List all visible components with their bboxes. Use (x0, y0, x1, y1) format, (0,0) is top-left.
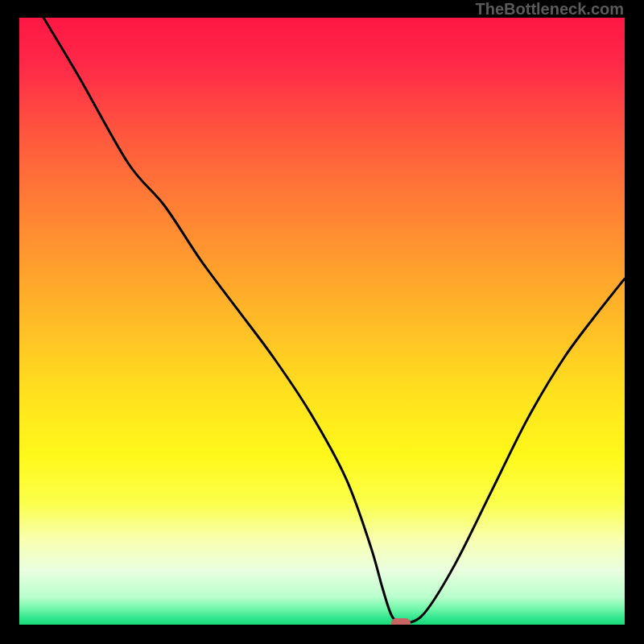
bottleneck-curve (19, 18, 625, 625)
plot-area (19, 18, 625, 625)
optimal-marker (391, 618, 411, 625)
chart-frame: TheBottleneck.com (0, 0, 644, 644)
watermark-label: TheBottleneck.com (476, 0, 624, 19)
